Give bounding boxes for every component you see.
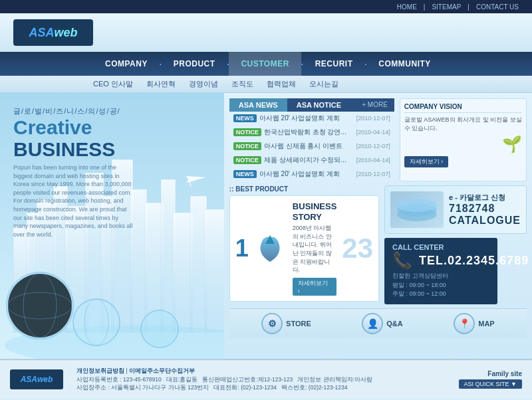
subnav-org[interactable]: 조직도 — [231, 79, 253, 89]
hero-title: Creative BUSINESS — [13, 116, 133, 160]
news-text-4: 제품 상세페이지가 수정되... — [264, 155, 354, 165]
call-center-phone: TEL.02.2345.6789 — [419, 254, 529, 268]
catalogue-sublabel: e - 카달로그 신청 — [449, 193, 521, 203]
news-tabs: ASA NEWS ASA NOTICE + MORE — [229, 98, 394, 112]
news-badge-3: NOTICE — [233, 142, 261, 150]
hero-area: 글/로/벌/비/즈/니/스/의/성/공/ Creative BUSINESS P… — [0, 93, 224, 359]
best-product-area: :: BEST PRODUCT 1 — [229, 185, 379, 304]
footer-right: Family site ASI QUICK SITE ▼ — [459, 370, 522, 389]
side-panel: e - 카달로그 신청 7182748 CATALOGUE CALL CENTE… — [384, 185, 527, 304]
qa-icon: 👤 — [362, 313, 383, 334]
subnav-ceo[interactable]: CEO 인사말 — [93, 79, 133, 89]
top-bar: HOME | SITEMAP | CONTACT US — [0, 0, 532, 13]
news-item-3[interactable]: NOTICE 아사웹 신제품 홍시 이벤트 [2010-12-07] — [229, 140, 394, 153]
section-bottom: :: BEST PRODUCT 1 — [229, 185, 527, 304]
call-center-hours1: 평일 : 09:00 ~ 18:00 — [392, 281, 489, 290]
subnav-contact[interactable]: 오시는길 — [309, 79, 338, 89]
call-center: CALL CENTER 📞 TEL.02.2345.6789 친절한 고객상담센… — [384, 238, 497, 304]
qa-label: Q&A — [386, 320, 402, 328]
hero-text: 글/로/벌/비/즈/니/스/의/성/공/ Creative BUSINESS P… — [13, 106, 133, 239]
news-badge-4: NOTICE — [233, 156, 261, 164]
news-text-2: 한국산업박람회 초청 강연... — [264, 128, 354, 137]
nav-company[interactable]: COMPANY — [93, 52, 160, 76]
news-text-1: 아사웹 20' 사업설명회 계회 — [259, 114, 354, 123]
footer-email-link[interactable]: 이메일주소무단수집거부 — [129, 367, 195, 374]
vision-more-button[interactable]: 자세히보기 › — [404, 156, 449, 167]
footer-links: 개인정보취급방침 | 이메일주소무단수집거부 — [76, 367, 446, 375]
top-sitemap[interactable]: SITEMAP — [432, 3, 461, 11]
news-badge-2: NOTICE — [233, 128, 261, 136]
tab-asa-news[interactable]: ASA NEWS — [229, 98, 287, 112]
bs-story-title: BUSINESSSTORY — [293, 201, 336, 222]
logo-asa: ASA — [29, 26, 54, 40]
store-label: STORE — [286, 320, 311, 328]
main-nav: COMPANY • PRODUCT • CUSTOMER • RECURIT •… — [0, 52, 532, 76]
main-content: 글/로/벌/비/즈/니/스/의/성/공/ Creative BUSINESS P… — [0, 93, 532, 359]
phone-icon: 📞 — [392, 251, 412, 270]
catalogue-text: e - 카달로그 신청 7182748 CATALOGUE — [449, 193, 521, 227]
subnav-philosophy[interactable]: 경영이념 — [189, 79, 218, 89]
svg-point-26 — [141, 310, 178, 348]
logo[interactable]: ASAweb — [13, 19, 93, 46]
vision-box: COMPANY VISION 글로벌 ASAWEB의 회사개요 및 비전을 보실… — [400, 98, 527, 181]
section-top: ASA NEWS ASA NOTICE + MORE NEWS 아사웹 20' … — [229, 98, 527, 181]
news-date-3: [2010-12-07] — [356, 143, 390, 150]
svg-rect-14 — [205, 209, 224, 332]
catalogue-label: CATALOGUE — [449, 215, 521, 227]
news-item-2[interactable]: NOTICE 한국산업박람회 초청 강연... [2010-04-14] — [229, 126, 394, 140]
news-item-5[interactable]: NEWS 아사웹 20' 사업설명회 계회 [2010-12-07] — [229, 167, 394, 181]
news-date-1: [2010-12-07] — [356, 115, 390, 122]
store-icon: ⚙ — [261, 313, 283, 334]
right-area: ASA NEWS ASA NOTICE + MORE NEWS 아사웹 20' … — [224, 93, 532, 359]
footer-privacy-link[interactable]: 개인정보취급방침 — [76, 367, 124, 374]
top-contact[interactable]: CONTACT US — [476, 3, 519, 11]
nav-customer[interactable]: CUSTOMER — [229, 52, 301, 76]
tab-asa-notice[interactable]: ASA NOTICE — [287, 98, 350, 112]
quick-site-dropdown[interactable]: ASI QUICK SITE ▼ — [459, 379, 522, 389]
catalogue-num: 7182748 — [449, 203, 521, 215]
best-product-title: :: BEST PRODUCT — [229, 185, 379, 193]
footer: ASAweb 개인정보취급방침 | 이메일주소무단수집거부 사업자등록번호 : … — [0, 359, 532, 399]
news-more-link[interactable]: + MORE — [355, 98, 394, 112]
news-item-4[interactable]: NOTICE 제품 상세페이지가 수정되... [2010-04-14] — [229, 153, 394, 167]
bs-story-text: 2008년 아사웹의 비즈니스 안내입니다. 뛰어난 인재들의 많은 지원바랍니… — [293, 224, 336, 274]
footer-logo-asa: ASA — [21, 375, 37, 384]
call-center-title: CALL CENTER — [392, 243, 489, 251]
catalogue-image — [390, 191, 444, 228]
icon-bar: ⚙ STORE 👤 Q&A 📍 MAP — [229, 308, 527, 338]
vision-text: 글로벌 ASAWEB의 회사개요 및 비전을 보실 수 있습니다. — [404, 116, 522, 132]
bs-text: BUSINESSSTORY 2008년 아사웹의 비즈니스 안내입니다. 뛰어난… — [293, 201, 336, 296]
nav-community[interactable]: COMMUNITY — [366, 52, 443, 76]
svg-point-35 — [397, 199, 437, 212]
hero-title-creative: Creative — [13, 116, 92, 138]
bs-arrow-icon — [254, 232, 287, 265]
vision-title: COMPANY VISION — [404, 103, 522, 113]
nav-product[interactable]: PRODUCT — [162, 52, 227, 76]
top-home[interactable]: HOME — [397, 3, 417, 11]
nav-recurit[interactable]: RECURIT — [303, 52, 365, 76]
news-text-3: 아사웹 신제품 홍시 이벤트 — [264, 142, 354, 151]
sub-nav: CEO 인사말 회사연혁 경영이념 조직도 협력업체 오시는길 — [0, 76, 532, 93]
bs-num-left: 1 — [235, 237, 249, 260]
map-icon: 📍 — [454, 313, 475, 334]
qa-item[interactable]: 👤 Q&A — [362, 313, 402, 334]
logo-web: web — [55, 26, 78, 40]
news-date-2: [2010-04-14] — [356, 129, 390, 136]
map-item[interactable]: 📍 MAP — [454, 313, 494, 334]
footer-address: 사업장주소 : 서울특별시 가나다구 가나동 123번지 대표전화: (02)-… — [76, 383, 446, 392]
business-story-box: 1 — [229, 195, 379, 302]
footer-logo[interactable]: ASAweb — [10, 369, 63, 389]
subnav-history[interactable]: 회사연혁 — [146, 79, 176, 89]
svg-point-21 — [8, 274, 72, 338]
call-center-hours-label: 친절한 고객상담센터 — [392, 272, 489, 281]
catalogue-box[interactable]: e - 카달로그 신청 7182748 CATALOGUE — [384, 185, 527, 234]
subnav-partner[interactable]: 협력업체 — [267, 79, 296, 89]
hero-subtitle: Popuri has been turning into one of the … — [13, 163, 133, 239]
news-item-1[interactable]: NEWS 아사웹 20' 사업설명회 계회 [2010-12-07] — [229, 112, 394, 126]
top-sep1: | — [424, 3, 426, 11]
vision-plant-icon: 🌱 — [404, 135, 522, 153]
store-item[interactable]: ⚙ STORE — [261, 313, 311, 334]
top-sep2: | — [467, 3, 469, 11]
news-badge-5: NEWS — [233, 170, 257, 178]
bs-more-button[interactable]: 자세히보기 › — [293, 278, 336, 296]
